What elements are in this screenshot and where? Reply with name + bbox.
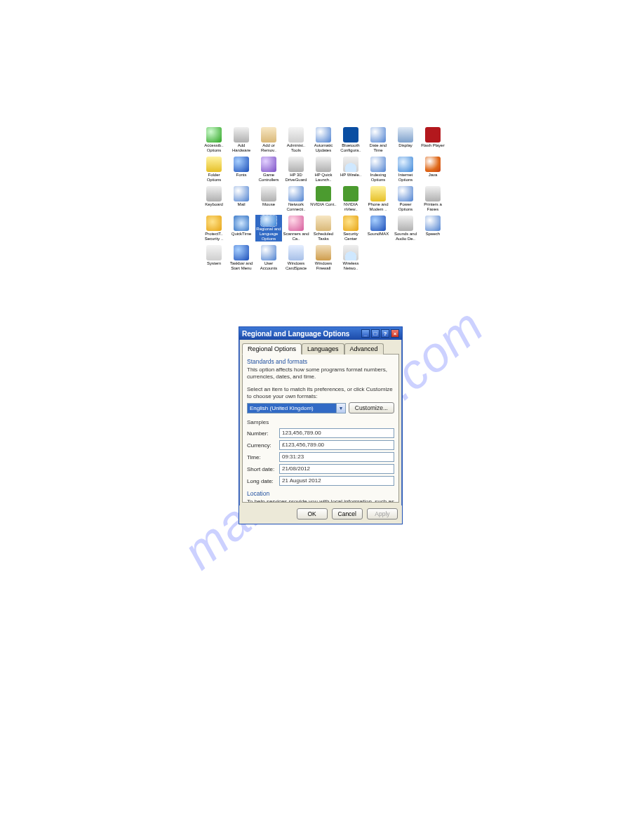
control-panel-item[interactable]: Windows CardSpace [283,244,309,271]
control-panel-item[interactable]: Game Controllers [255,156,282,183]
control-panel-item-label: Network Connecti.. [283,202,309,212]
control-panel-item[interactable]: HP 3D DriveGuard [283,156,309,183]
control-panel-item[interactable]: Add or Remov.. [255,126,282,153]
control-panel-item-label: Sounds and Audio De.. [392,232,419,241]
cancel-button[interactable]: Cancel [332,508,363,519]
control-panel-item-label: HP Wirele.. [340,173,361,178]
control-panel-item[interactable]: Bluetooth Configura.. [337,126,364,153]
app-icon [398,186,413,201]
help-button[interactable]: ? [381,329,389,338]
control-panel-item-label: Speech [426,232,440,237]
tab-languages[interactable]: Languages [302,343,344,355]
control-panel-item[interactable]: Scanners and Ca.. [283,215,309,241]
control-panel-item[interactable]: Speech [420,215,446,241]
control-panel-item[interactable]: NVIDIA nView.. [337,185,364,212]
control-panel-item[interactable]: Mouse [255,185,282,212]
control-panel-item[interactable]: Indexing Options [365,156,391,183]
currency-field: £123,456,789.00 [279,440,394,450]
control-panel-item[interactable]: Folder Options [201,156,227,183]
control-panel-item[interactable]: Regional and Language Options [255,215,282,241]
control-panel-item[interactable]: HP Wirele.. [337,156,364,183]
control-panel-item[interactable]: System [201,244,227,271]
app-icon [316,186,331,201]
control-panel-item[interactable]: Automatic Updates [310,126,337,153]
control-panel-item-label: Phone and Modem .. [365,202,391,212]
app-icon [261,186,276,201]
shortdate-label: Short date: [247,466,279,472]
dialog-title: Regional and Language Options [242,330,349,338]
control-panel-item[interactable]: Administ.. Tools [283,126,309,153]
control-panel-item-label: Power Options [392,202,419,212]
minimize-button[interactable]: _ [361,329,370,338]
control-panel-item[interactable]: Add Hardware [228,126,255,153]
control-panel-item-label: Indexing Options [365,173,391,183]
control-panel-item-label: NVIDIA Cont.. [310,202,336,207]
apply-button[interactable]: Apply [367,508,398,519]
control-panel-item-label: Add or Remov.. [255,143,282,153]
control-panel-item-label: Folder Options [201,173,227,183]
control-panel-item[interactable]: QuickTime [228,215,255,241]
control-panel-item[interactable]: Taskbar and Start Menu [228,244,255,271]
control-panel-item[interactable]: Mail [228,185,255,212]
control-panel-item[interactable]: Accessib.. Options [201,126,227,153]
control-panel-item[interactable]: SoundMAX [365,215,391,241]
control-panel-item-label: QuickTime [232,232,251,237]
app-icon [425,216,441,231]
app-icon [288,245,304,260]
regional-options-dialog: Regional and Language Options _ □ ? × Re… [239,326,403,524]
control-panel-item[interactable]: Scheduled Tasks [310,215,337,241]
control-panel-item[interactable]: Fonts [228,156,255,183]
control-panel-item[interactable]: Keyboard [201,185,227,212]
app-icon [370,216,386,231]
control-panel-item-label: Scheduled Tasks [310,232,337,241]
control-panel-item-label: Mouse [262,202,275,207]
control-panel-item[interactable]: Display [392,126,419,153]
control-panel-item[interactable]: Printers a Faxes [420,185,446,212]
control-panel-item-label: Security Center [337,232,364,241]
control-panel-item-label: HP 3D DriveGuard [283,173,309,183]
control-panel-item[interactable]: Java [420,156,446,183]
ok-button[interactable]: OK [297,508,328,519]
app-icon [425,186,441,201]
control-panel-item[interactable]: User Accounts [255,244,282,271]
control-panel-item[interactable]: Wireless Netwo.. [337,244,364,271]
tab-regional-options[interactable]: Regional Options [242,343,302,355]
control-panel-item-label: NVIDIA nView.. [337,202,364,212]
control-panel-item-label: Add Hardware [228,143,255,153]
control-panel-item[interactable]: Windows Firewall [310,244,337,271]
app-icon [261,245,276,260]
control-panel-item-label: SoundMAX [368,232,389,237]
samples-heading: Samples [247,419,394,426]
control-panel-item[interactable]: Date and Time [365,126,391,153]
control-panel-item-label: Mail [237,202,245,207]
tab-body-regional: Standards and formats This option affect… [242,354,399,503]
control-panel-item[interactable]: Internet Options [392,156,419,183]
customize-button[interactable]: Customize... [349,402,394,413]
app-icon [398,127,413,143]
tab-advanced[interactable]: Advanced [344,343,384,355]
control-panel-item[interactable]: Security Center [337,215,364,241]
control-panel-item-label: Printers a Faxes [420,202,446,212]
location-heading: Location [247,490,394,497]
control-panel-item[interactable]: ProtectT.. Security .. [201,215,227,241]
control-panel-item[interactable]: Sounds and Audio De.. [392,215,419,241]
dialog-titlebar[interactable]: Regional and Language Options _ □ ? × [239,327,402,340]
control-panel-item[interactable]: Power Options [392,185,419,212]
control-panel-item[interactable]: NVIDIA Cont.. [310,185,337,212]
app-icon [234,157,249,172]
control-panel-item-label: Flash Player [421,143,444,148]
app-icon [288,127,304,143]
control-panel-item[interactable]: Network Connecti.. [283,185,309,212]
control-panel-item[interactable]: Flash Player [420,126,446,153]
control-panel-item[interactable]: Phone and Modem .. [365,185,391,212]
maximize-button[interactable]: □ [371,329,380,338]
control-panel-item-label: System [207,261,221,266]
longdate-label: Long date: [247,478,279,484]
control-panel-item[interactable]: HP Quick Launch.. [310,156,337,183]
close-button[interactable]: × [391,329,399,338]
app-icon [261,216,276,226]
format-combo[interactable]: English (United Kingdom) ▾ [247,403,346,413]
app-icon [370,127,386,143]
app-icon [206,216,222,231]
time-label: Time: [247,454,279,461]
